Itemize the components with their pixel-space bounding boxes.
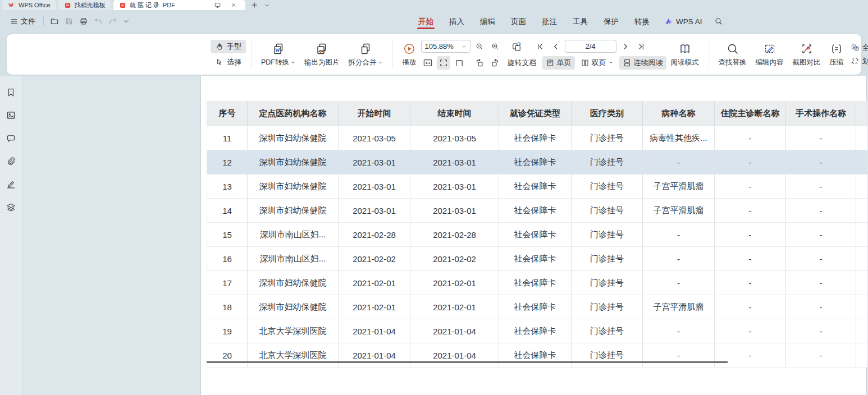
double-page-icon [581,58,590,67]
table-cell: 社会保障卡 [499,319,572,343]
table-cell: 门诊挂号 [572,150,643,174]
screenshot-compare-button[interactable]: 截图对比 [788,40,825,70]
open-file-button[interactable] [47,15,62,27]
table-cell: - [643,247,715,271]
send-to-device-icon[interactable] [211,2,224,9]
wps-ai-button[interactable]: WPS AI [660,17,707,26]
tab-list-chevron-icon[interactable] [261,0,273,10]
menu-item-home[interactable]: 开始 [413,12,439,31]
full-translate-button[interactable]: A 全文翻译 [851,43,868,53]
table-cell: 社会保障卡 [499,174,572,199]
table-cell: - [643,319,715,343]
single-page-icon [546,58,555,67]
attachment-icon[interactable] [6,156,16,167]
export-image-button[interactable]: 输出为图片 [300,40,344,70]
zoom-level-combobox[interactable] [421,40,470,53]
single-page-button[interactable]: 单页 [542,56,575,70]
table-row[interactable]: 20 北京大学深圳医院 2021-01-04 2021-01-04 社会保障卡 … [207,343,867,368]
rotate-doc-label[interactable]: 旋转文档 [504,56,540,70]
search-button[interactable] [711,15,726,27]
select-tool-button[interactable]: 选择 [211,56,246,69]
layers-icon[interactable] [6,202,16,213]
signature-icon[interactable] [6,179,16,190]
chevron-down-icon[interactable] [461,44,467,49]
table-cell: - [643,271,715,295]
last-page-button[interactable] [634,40,648,53]
hand-tool-button[interactable]: 手型 [211,40,246,53]
undo-button[interactable] [91,15,106,27]
select-tool-label: 选择 [227,57,241,67]
menu-item-tools[interactable]: 工具 [567,12,593,31]
table-row[interactable]: 14 深圳市妇幼保健院 2021-03-01 2021-03-01 社会保障卡 … [207,199,867,223]
table-cell: 深圳市南山区妇... [248,223,339,247]
table-row[interactable]: 11 深圳市妇幼保健院 2021-03-05 2021-03-05 社会保障卡 … [207,126,867,150]
table-cell: 2021-01-04 [339,343,410,368]
screenshot-compare-icon [800,42,814,56]
previous-page-button[interactable] [549,40,563,53]
word-translate-button[interactable]: 文A 划词翻译 [851,56,868,66]
double-page-label: 双页 [592,58,606,68]
menu-item-protect[interactable]: 保护 [598,12,624,31]
tab-docer-templates[interactable]: 找稻壳模板 [58,0,111,10]
table-row[interactable]: 12 深圳市妇幼保健院 2021-03-01 2021-03-01 社会保障卡 … [207,150,867,174]
rotate-pages-button[interactable] [510,40,523,53]
read-mode-button[interactable]: 阅读模式 [666,40,703,70]
find-replace-button[interactable]: 查找替换 [714,40,751,70]
search-icon [714,17,723,26]
pdf-convert-button[interactable]: PDF转换 [257,40,300,70]
first-page-button[interactable] [533,40,547,53]
pdf-convert-icon [272,42,285,56]
table-row[interactable]: 18 深圳市妇幼保健院 2021-02-01 2021-02-01 社会保障卡 … [207,295,867,319]
page-number-input[interactable] [565,40,616,53]
bookmark-icon[interactable] [6,87,16,98]
menu-item-edit[interactable]: 编辑 [474,12,501,31]
save-button[interactable] [62,15,76,27]
wps-pdf-window: WPS Office 找稻壳模板 P 就 医 记 录 .PDF 文件 开始 [0,0,868,395]
split-merge-button[interactable]: 拆分合并 [344,40,387,70]
table-cell: 2021-03-01 [339,174,410,199]
table-cell: - [715,295,786,319]
pdf-convert-label: PDF转换 [261,58,289,67]
menu-item-comment[interactable]: 批注 [536,12,563,31]
actual-size-button[interactable]: 1:1 [421,56,435,70]
menu-item-insert[interactable]: 插入 [444,12,470,31]
print-button[interactable] [76,15,91,27]
tab-label: 就 医 记 录 .PDF [130,1,175,10]
table-row[interactable]: 19 北京大学深圳医院 2021-01-04 2021-01-04 社会保障卡 … [207,319,867,343]
table-cell: 深圳市妇幼保健院 [248,199,339,223]
comment-icon[interactable] [6,133,16,144]
file-menu-button[interactable]: 文件 [6,14,40,29]
zoom-out-button[interactable] [473,40,486,53]
redo-button[interactable] [106,15,120,27]
compress-button[interactable]: 压缩 [825,40,848,70]
full-translate-label: 全文翻译 [862,43,868,53]
fit-page-button[interactable] [437,56,450,70]
table-cell: - [715,174,786,199]
zoom-level-input[interactable] [425,42,459,50]
table-row[interactable]: 13 深圳市妇幼保健院 2021-03-01 2021-03-01 社会保障卡 … [207,174,867,199]
quick-access-chevron-icon[interactable] [120,16,133,26]
table-cell: 2021-03-01 [339,199,410,223]
table-row[interactable]: 15 深圳市南山区妇... 2021-02-28 2021-02-28 社会保障… [207,223,867,247]
double-page-button[interactable]: 双页 [577,56,617,70]
fit-width-button[interactable] [453,56,466,70]
new-tab-icon[interactable] [248,0,261,10]
pdf-page[interactable]: 序号 定点医药机构名称 开始时间 结束时间 就诊凭证类型 医疗类别 病种名称 住… [201,76,867,395]
next-page-button[interactable] [619,40,632,53]
rotate-right-button[interactable] [488,56,502,70]
tab-wps-office[interactable]: WPS Office [2,0,56,10]
tab-document-pdf[interactable]: P 就 医 记 录 .PDF [113,0,245,10]
zoom-in-button[interactable] [488,40,502,53]
image-icon[interactable] [6,110,16,121]
menu-item-page[interactable]: 页面 [505,12,532,31]
close-tab-icon[interactable] [227,2,240,8]
edit-content-button[interactable]: 编辑内容 [751,40,788,70]
word-translate-label: 划词翻译 [862,56,868,66]
table-row[interactable]: 16 深圳市南山区妇... 2021-02-02 2021-02-02 社会保障… [207,247,867,271]
play-button[interactable]: 播放 [398,40,421,70]
continuous-read-button[interactable]: 连续阅读 [619,56,666,70]
divider [709,40,709,69]
rotate-left-button[interactable] [473,56,486,70]
menu-item-convert[interactable]: 转换 [629,12,655,31]
table-row[interactable]: 17 深圳市妇幼保健院 2021-02-01 2021-02-01 社会保障卡 … [207,271,867,295]
